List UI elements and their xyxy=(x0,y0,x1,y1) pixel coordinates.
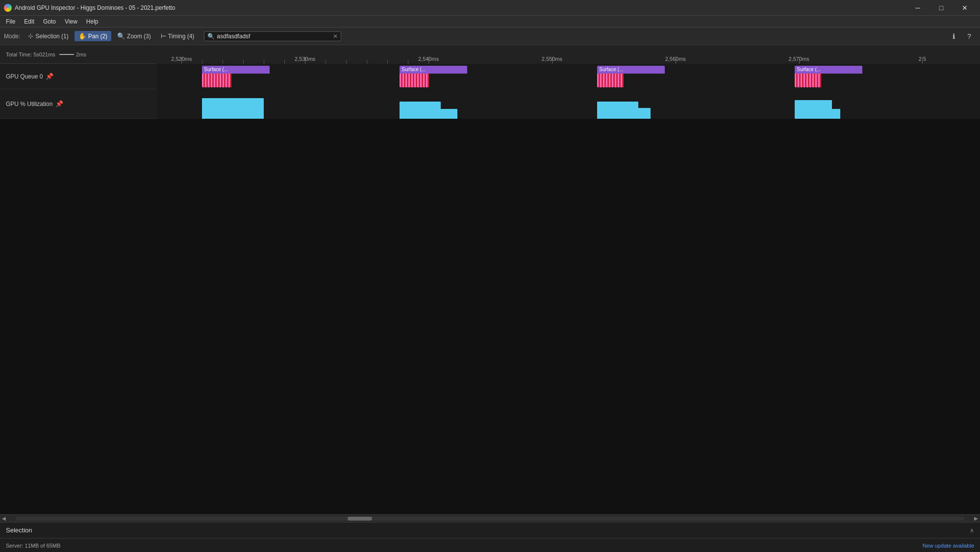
mode-selection-button[interactable]: ⊹ Selection (1) xyxy=(24,31,72,41)
surface-block-4-stripes xyxy=(795,74,862,87)
ruler-minor-tick-3 xyxy=(243,60,244,64)
gpu-queue-label: GPU Queue 0 📌 xyxy=(0,64,157,89)
mode-pan-button[interactable]: ✋ Pan (2) xyxy=(75,31,111,41)
mode-label: Mode: xyxy=(4,33,20,40)
surface-block-2[interactable]: Surface (... xyxy=(400,66,467,87)
total-time: Total Time: 5s021ms xyxy=(6,52,55,57)
search-clear-button[interactable]: ✕ xyxy=(333,33,338,40)
gpu-util-content[interactable] xyxy=(157,89,980,119)
util-bar-1 xyxy=(202,98,264,119)
ruler-minor-tick-9 xyxy=(387,60,388,64)
util-bar-3b xyxy=(626,108,651,119)
ruler-tick-3 xyxy=(428,57,429,64)
scrollbar-left-arrow[interactable]: ◀ xyxy=(0,515,8,523)
surface-block-4[interactable]: Surface (... xyxy=(795,66,862,87)
timing-mode-icon: ⊢ xyxy=(161,32,166,40)
timeline-ruler: 2,520ms 2,530ms 2,540ms 2,550ms 2,560ms … xyxy=(157,45,980,64)
surface-block-3[interactable]: Surface (... xyxy=(597,66,665,87)
info-button[interactable]: ℹ xyxy=(947,29,960,43)
main-content: GPU Queue 0 📌 Surface (... Surface (... … xyxy=(0,64,980,514)
update-link[interactable]: New update available xyxy=(923,543,974,549)
ruler-minor-tick-7 xyxy=(346,60,347,64)
maximize-button[interactable]: □ xyxy=(930,0,953,16)
menu-help[interactable]: Help xyxy=(82,17,102,26)
pan-mode-icon: ✋ xyxy=(78,32,86,40)
timeline-header: Total Time: 5s021ms 2ms 2,520ms 2,530ms … xyxy=(0,45,980,64)
ruler-minor-tick-8 xyxy=(367,60,367,64)
scrollbar-track[interactable] xyxy=(16,517,964,521)
s4-18 xyxy=(820,74,821,87)
zoom-mode-icon: 🔍 xyxy=(117,32,125,40)
selection-title: Selection xyxy=(6,526,970,534)
surface-block-1-stripes xyxy=(202,74,270,87)
scale-line xyxy=(59,54,74,55)
surface-block-3-stripes xyxy=(597,74,665,87)
collapse-icon: ∧ xyxy=(970,527,974,534)
gpu-util-text: GPU % Utilization xyxy=(6,101,52,107)
surface-block-4-label: Surface (... xyxy=(795,66,862,74)
scrollbar-right-arrow[interactable]: ▶ xyxy=(972,515,980,523)
scrollbar-thumb[interactable] xyxy=(348,517,372,521)
surface-block-2-stripes xyxy=(400,74,467,87)
util-bar-4b xyxy=(824,109,840,119)
search-input[interactable] xyxy=(217,33,331,40)
menu-bar: File Edit Goto View Help xyxy=(0,16,980,27)
gpu-queue-row: GPU Queue 0 📌 Surface (... Surface (... … xyxy=(0,64,980,89)
gpu-queue-content[interactable]: Surface (... Surface (... Surface (... xyxy=(157,64,980,89)
ruler-minor-tick-10 xyxy=(408,60,408,64)
ruler-tick-7 xyxy=(922,57,923,64)
ruler-tick-2 xyxy=(305,57,305,64)
pin-icon-0[interactable]: 📌 xyxy=(46,73,53,80)
util-bar-2b xyxy=(441,109,457,119)
gpu-queue-text: GPU Queue 0 xyxy=(6,73,43,80)
gpu-util-label: GPU % Utilization 📌 xyxy=(0,89,157,118)
mode-zoom-button[interactable]: 🔍 Zoom (3) xyxy=(113,31,155,41)
title-bar: Android GPU Inspector - Higgs Dominoes -… xyxy=(0,0,980,16)
scale-label: 2ms xyxy=(76,52,86,57)
ruler-tick-4 xyxy=(552,57,553,64)
app-icon xyxy=(4,4,12,12)
ruler-tick-6 xyxy=(799,57,800,64)
surface-block-3-label: Surface (... xyxy=(597,66,665,74)
ruler-tick-5 xyxy=(676,57,676,64)
surface-block-2-label: Surface (... xyxy=(400,66,467,74)
s3-18 xyxy=(622,74,624,87)
window-title: Android GPU Inspector - Higgs Dominoes -… xyxy=(15,4,906,11)
menu-view[interactable]: View xyxy=(61,17,81,26)
ruler-minor-tick-1 xyxy=(202,60,202,64)
status-text: Server: 11MB of 65MB xyxy=(6,543,60,549)
close-button[interactable]: ✕ xyxy=(954,0,976,16)
search-icon: 🔍 xyxy=(207,33,215,40)
mode-zoom-label: Zoom (3) xyxy=(127,33,151,40)
surface-block-1-label: Surface (... xyxy=(202,66,270,74)
ruler-minor-tick-2 xyxy=(223,60,223,64)
mode-timing-label: Timing (4) xyxy=(168,33,195,40)
pin-icon-1[interactable]: 📌 xyxy=(55,100,63,107)
gpu-util-row: GPU % Utilization 📌 xyxy=(0,89,980,119)
mode-selection-label: Selection (1) xyxy=(35,33,68,40)
menu-edit[interactable]: Edit xyxy=(20,17,38,26)
timeline-empty-area xyxy=(0,119,980,514)
bottom-panel: Selection ∧ Server: 11MB of 65MB New upd… xyxy=(0,522,980,552)
time-scale-indicator: 2ms xyxy=(59,52,86,57)
selection-mode-icon: ⊹ xyxy=(28,32,33,40)
mode-timing-button[interactable]: ⊢ Timing (4) xyxy=(157,31,199,41)
mode-pan-label: Pan (2) xyxy=(88,33,107,40)
s2-20 xyxy=(427,74,429,87)
status-bar: Server: 11MB of 65MB New update availabl… xyxy=(0,538,980,552)
stripe-20 xyxy=(230,74,231,87)
minimize-button[interactable]: ─ xyxy=(906,0,929,16)
util-bar-2 xyxy=(400,102,441,119)
menu-file[interactable]: File xyxy=(2,17,19,26)
ruler-minor-tick-5 xyxy=(284,60,285,64)
timeline-label-col: Total Time: 5s021ms 2ms xyxy=(0,52,157,57)
search-container: 🔍 ✕ xyxy=(204,31,341,41)
ruler-minor-tick-6 xyxy=(326,60,326,64)
help-button[interactable]: ? xyxy=(962,29,976,43)
selection-header[interactable]: Selection ∧ xyxy=(0,523,980,538)
scrollbar-container: ◀ ▶ xyxy=(0,514,980,522)
toolbar: Mode: ⊹ Selection (1) ✋ Pan (2) 🔍 Zoom (… xyxy=(0,27,980,45)
surface-block-1[interactable]: Surface (... xyxy=(202,66,270,87)
window-controls: ─ □ ✕ xyxy=(906,0,976,16)
menu-goto[interactable]: Goto xyxy=(39,17,60,26)
